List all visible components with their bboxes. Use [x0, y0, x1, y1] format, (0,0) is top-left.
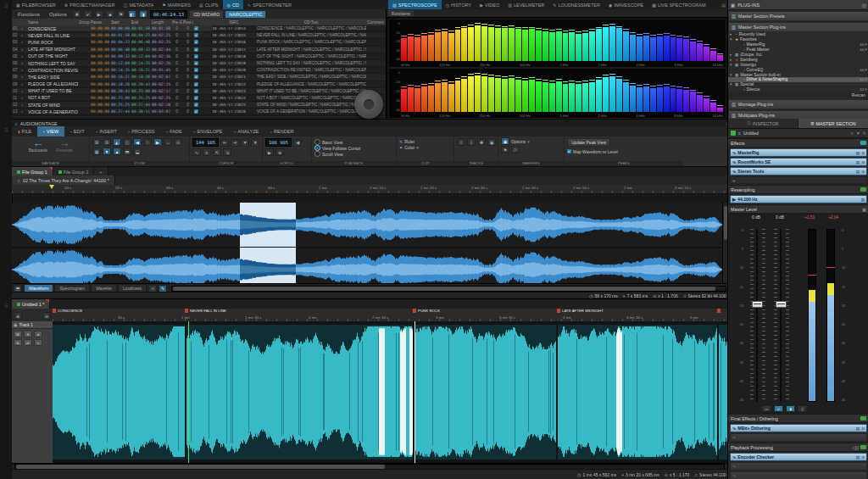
- cd-col-header[interactable]: Pre-Gap: [171, 20, 182, 25]
- slot-menu-icon[interactable]: ▤: [856, 160, 860, 164]
- cd-col-header[interactable]: Group: [78, 20, 90, 25]
- cd-track-row[interactable]: 03♪PUNK ROCK00:00:00.0000:04:23.5400:06:…: [12, 39, 212, 46]
- status-item[interactable]: ⊙x 5 : 1.170: [665, 472, 690, 477]
- cd-track-row[interactable]: 13♪VOICE OF A GENERATION00:00:00.0000:27…: [12, 109, 212, 115]
- cd-col-header[interactable]: Post-Gap: [182, 20, 193, 25]
- slot-menu-icon[interactable]: ▤: [856, 170, 860, 174]
- slot-bypass-icon[interactable]: ⊘: [861, 160, 865, 164]
- track-lock-checkbox[interactable]: ✔: [194, 26, 198, 31]
- cdtext-row[interactable]: DE-Z65-17-23015NEVER FALL IN LINE / NARC…: [212, 32, 386, 39]
- track-lock-checkbox[interactable]: ✔: [194, 61, 198, 65]
- marker-pair-icon[interactable]: ⚐: [511, 146, 520, 153]
- scroll-right-icon[interactable]: ▶: [265, 148, 274, 156]
- cd-track-marker[interactable]: [717, 309, 721, 313]
- plugin-slot[interactable]: ∿MasterRig▤⊘: [730, 148, 867, 157]
- document-tab[interactable]: ♫ 02 The Times They Are A-Changin' 44100…: [12, 175, 115, 185]
- tree-arrow-icon[interactable]: ▸: [730, 32, 733, 36]
- cd-track-row[interactable]: 09♪PLEDGE OF ALLEGIANCE00:00:00.0000:18:…: [12, 81, 212, 88]
- playback-cursor[interactable]: [188, 321, 189, 463]
- zoom-vert-icon[interactable]: ↕: [143, 138, 152, 146]
- play-icon[interactable]: ▶: [95, 10, 103, 18]
- clip-ruler-item[interactable]: ✎ Ruler: [399, 138, 451, 144]
- panel-menu-icon[interactable]: ▤: [862, 3, 866, 8]
- track-lock-checkbox[interactable]: ✔: [194, 33, 198, 37]
- meter-scale-icon[interactable]: ▮: [786, 405, 795, 412]
- ribbon-tab-view[interactable]: ▪VIEW: [37, 126, 64, 136]
- track-lock-checkbox[interactable]: ✔: [194, 96, 198, 100]
- marker-icon[interactable]: ⚑: [117, 10, 125, 18]
- speaker-icon[interactable]: ◁)): [852, 445, 859, 450]
- plugin-slot[interactable]: ∿Stereo Tools▤⊘: [730, 167, 867, 175]
- slot-bypass-icon[interactable]: ⊘: [861, 170, 865, 174]
- markers-options-item[interactable]: ▣ Options ▾: [501, 138, 561, 144]
- tree-arrow-icon[interactable]: ▸: [730, 58, 733, 62]
- cdtext-row[interactable]: DE-Z65-17-23021THE EASY SIDE / NARCOLEPT…: [212, 74, 386, 81]
- montage-clips-canvas[interactable]: [53, 321, 727, 463]
- edit-cursor[interactable]: [415, 321, 415, 463]
- update-peak-view-button[interactable]: Update Peak View: [567, 138, 610, 147]
- cdtext-row[interactable]: DE-Z65-17-23018OUT OF THE NIGHT / NARCOL…: [212, 53, 386, 60]
- plugin-slot[interactable]: ∿RoomWorks SE▤⊘: [730, 158, 867, 166]
- cursor-snap-icon[interactable]: ≡: [203, 148, 211, 156]
- track-lock-checkbox[interactable]: ✔: [194, 68, 198, 72]
- playback-option[interactable]: Scroll View: [314, 151, 393, 157]
- filter-icon[interactable]: ⋎: [850, 131, 854, 136]
- routing-button[interactable]: ⇄: [24, 339, 32, 346]
- zoom-all-icon[interactable]: ⬒: [123, 148, 131, 155]
- gear-icon[interactable]: ✱: [73, 10, 81, 18]
- plugins-header[interactable]: ▣ PLUG-INS ▤: [728, 0, 868, 10]
- panel-tab-master-section[interactable]: ▥MASTER SECTION: [798, 119, 868, 128]
- zoom-audio-icon[interactable]: ◭: [113, 138, 121, 146]
- ribbon-tab-analyze[interactable]: ▪ANALYZE: [229, 126, 265, 136]
- cd-col-header[interactable]: Length: [151, 20, 171, 25]
- cd-track-marker[interactable]: NEVER FALL IN LINE: [185, 309, 226, 313]
- meter-mode-icon[interactable]: ▭: [762, 405, 771, 412]
- stop-icon[interactable]: ■: [106, 10, 114, 18]
- ribbon-tab-insert[interactable]: ▪INSERT: [91, 126, 123, 136]
- plugin-slot[interactable]: ∿MBit+ Dithering▤⊘: [730, 424, 867, 432]
- zoom-left-icon[interactable]: ◀: [133, 138, 142, 146]
- final-effects-section-header[interactable]: Final Effects / Dithering: [728, 414, 868, 423]
- panel-tab-inspector[interactable]: ⓘINSPECTOR: [728, 119, 798, 128]
- cd-track-row[interactable]: 10♪WHAT IT USED TO BE00:00:00.0000:20:43…: [12, 88, 212, 95]
- zoom-minus-icon[interactable]: ⊖: [42, 312, 51, 320]
- settings-icon[interactable]: ▣: [862, 207, 866, 212]
- zoom-down-icon[interactable]: ▼: [103, 148, 111, 155]
- zoom-out-icon[interactable]: ⊟: [103, 138, 111, 146]
- cdtext-col-header[interactable]: ISRC: [212, 20, 256, 25]
- slot-bypass-icon[interactable]: ⊘: [861, 455, 865, 460]
- ribbon-tab-render[interactable]: ▪RENDER: [264, 126, 299, 136]
- cd-track-row[interactable]: 06♪NOTHING LEFT TO SAY00:00:00.0000:12:0…: [12, 60, 212, 67]
- editor-hscroll-thumb[interactable]: [173, 287, 715, 291]
- marker-add-icon[interactable]: ⚑: [501, 146, 509, 153]
- playback-processing-section-header[interactable]: Playback Processing ◁)): [728, 443, 868, 452]
- magnify-icon[interactable]: ⊙: [174, 138, 182, 146]
- cd-track-row[interactable]: 04♪LATE AFTER MIDNIGHT00:00:00.0000:06:4…: [12, 47, 212, 53]
- cd-total-time[interactable]: 00:46:24.13: [150, 10, 187, 19]
- editor-waveform-canvas[interactable]: [12, 203, 722, 292]
- track-down-icon[interactable]: ⇩: [467, 138, 476, 146]
- cd-track-row[interactable]: 08♪THE EASY SIDE00:00:00.0000:16:21.0500…: [12, 74, 212, 81]
- empty-plugin-slot[interactable]: ∿: [730, 462, 867, 471]
- track-name-row[interactable]: ◉ Track 1 ⋮: [12, 321, 53, 329]
- track-add-icon[interactable]: ✚: [477, 138, 486, 146]
- cdtext-row[interactable]: DE-Z65-17-23017LATE AFTER MIDNIGHT / NAR…: [212, 47, 386, 53]
- window-options-icon[interactable]: ▤: [721, 3, 727, 8]
- cd-track-marker[interactable]: CONSCIENCE: [53, 309, 82, 313]
- track-lock-checkbox[interactable]: ✔: [194, 82, 198, 86]
- automation-button[interactable]: ∿: [34, 339, 42, 346]
- editor-timeline-ruler[interactable]: 10 s20 s30 s40 s50 s1 mn1 mn 10 s1 mn 20…: [12, 185, 727, 194]
- track-focus-icon[interactable]: ▣: [487, 138, 496, 146]
- cdtext-row[interactable]: DE-Z65-17-23014CONSCIENCE / NARCOLEPTIC …: [212, 25, 386, 32]
- track-lock-checkbox[interactable]: ✔: [194, 89, 198, 93]
- check-icon[interactable]: ✔: [84, 10, 92, 18]
- fx-button[interactable]: fx: [14, 339, 22, 346]
- section-active-led[interactable]: [860, 141, 866, 145]
- clip-color-item[interactable]: ✦ Color ▾: [399, 144, 451, 150]
- resampling-section-header[interactable]: Resampling: [728, 185, 868, 194]
- solo-button[interactable]: S: [24, 331, 32, 337]
- left-dock-strip[interactable]: ⠿ ⠿ ⠿: [0, 0, 13, 479]
- track-up-icon[interactable]: ⇧: [457, 138, 465, 146]
- zoom-selection-icon[interactable]: ⊞: [92, 138, 101, 146]
- track-lock-checkbox[interactable]: ✔: [194, 109, 198, 114]
